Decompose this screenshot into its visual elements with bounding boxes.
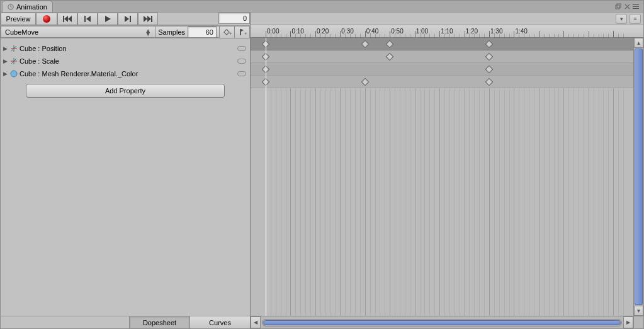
svg-marker-5 — [68, 16, 72, 22]
clip-toolbar: CubeMove ▲▼ Samples + + — [1, 26, 250, 38]
property-label: Cube : Position — [20, 45, 237, 52]
expand-icon[interactable]: ▶ — [3, 58, 9, 64]
timeline-option-b-icon[interactable]: ≡ — [630, 14, 641, 24]
svg-rect-13 — [151, 16, 152, 22]
ruler-label: 0:30 — [341, 28, 353, 35]
svg-rect-14 — [223, 30, 229, 35]
svg-rect-2 — [617, 4, 621, 8]
next-key-icon — [125, 16, 131, 22]
property-track[interactable] — [251, 63, 633, 76]
ruler-label: 1:40 — [515, 28, 527, 35]
svg-marker-8 — [105, 16, 111, 22]
property-row-color[interactable]: ▶ Cube : Mesh Renderer.Material._Color — [1, 67, 250, 80]
svg-rect-10 — [130, 16, 131, 22]
ruler-label: 1:20 — [466, 28, 478, 35]
vscroll-thumb[interactable] — [635, 49, 643, 305]
add-event-icon: + — [238, 28, 247, 36]
material-icon — [9, 69, 18, 78]
ruler-label: 0:40 — [366, 28, 378, 35]
tab-title: Animation — [16, 3, 47, 11]
property-label: Cube : Scale — [20, 57, 237, 65]
current-frame-field[interactable] — [218, 13, 250, 24]
svg-rect-16 — [240, 29, 241, 35]
clock-icon — [8, 4, 14, 10]
svg-marker-9 — [125, 16, 129, 22]
property-options-icon[interactable] — [237, 59, 246, 64]
add-property-button[interactable]: Add Property — [26, 84, 225, 98]
summary-track[interactable] — [251, 38, 633, 50]
next-key-button[interactable] — [118, 13, 138, 25]
property-track[interactable] — [251, 50, 633, 63]
add-keyframe-button[interactable]: + — [220, 26, 235, 38]
skip-to-start-icon — [63, 16, 72, 22]
timeline-option-a-icon[interactable]: ▾ — [616, 14, 627, 24]
property-track[interactable] — [251, 76, 633, 88]
record-button[interactable] — [36, 13, 57, 25]
skip-to-end-icon — [144, 16, 152, 22]
scroll-left-icon[interactable]: ◀ — [251, 316, 261, 328]
curves-tab[interactable]: Curves — [189, 316, 250, 328]
hscroll-thumb[interactable] — [263, 320, 621, 325]
preview-button[interactable]: Preview — [1, 13, 36, 25]
svg-marker-4 — [64, 16, 68, 22]
ruler-label: 1:00 — [416, 28, 428, 35]
ruler-label: 0:20 — [317, 28, 329, 35]
expand-icon[interactable]: ▶ — [3, 71, 9, 77]
ruler-label: 1:30 — [490, 28, 502, 35]
tracks-area[interactable] — [251, 38, 633, 316]
ruler-label: 0:10 — [291, 28, 303, 35]
add-keyframe-icon: + — [223, 28, 232, 36]
transform-icon — [9, 44, 18, 53]
record-icon — [43, 15, 50, 23]
play-button[interactable] — [98, 13, 118, 25]
ruler-label: 1:10 — [441, 28, 453, 35]
window-menu-icon[interactable] — [632, 3, 640, 10]
property-row-scale[interactable]: ▶ Cube : Scale — [1, 55, 250, 67]
svg-marker-11 — [144, 16, 147, 22]
time-ruler[interactable]: 0:000:100:200:300:400:501:001:101:201:30… — [251, 25, 643, 38]
titlebar: Animation — [1, 1, 643, 12]
vertical-scrollbar[interactable]: ▲ ▼ — [633, 38, 643, 316]
prev-key-icon — [84, 16, 91, 22]
svg-text:+: + — [244, 31, 247, 36]
svg-rect-6 — [84, 16, 86, 22]
mode-tabs: Dopesheet Curves — [1, 316, 250, 328]
dropdown-arrows-icon: ▲▼ — [145, 29, 151, 35]
samples-group: Samples — [155, 26, 220, 38]
horizontal-scrollbar[interactable]: ◀ ▶ — [251, 316, 633, 328]
property-list: ▶ Cube : Position ▶ Cube : Scale — [1, 38, 250, 316]
add-event-button[interactable]: + — [235, 26, 250, 38]
scroll-right-icon[interactable]: ▶ — [623, 316, 633, 328]
expand-icon[interactable]: ▶ — [3, 45, 9, 52]
svg-rect-1 — [616, 5, 619, 9]
samples-label: Samples — [158, 28, 185, 36]
svg-marker-17 — [241, 29, 244, 32]
property-row-position[interactable]: ▶ Cube : Position — [1, 42, 250, 55]
close-window-icon[interactable] — [623, 3, 631, 10]
play-icon — [105, 16, 111, 22]
dopesheet-tab[interactable]: Dopesheet — [129, 316, 189, 328]
property-options-icon[interactable] — [237, 71, 246, 76]
svg-rect-3 — [63, 16, 64, 22]
transport-toolbar: Preview — [1, 13, 250, 26]
prev-key-button[interactable] — [77, 13, 98, 25]
scroll-up-icon[interactable]: ▲ — [634, 38, 643, 48]
svg-text:+: + — [229, 31, 232, 36]
go-to-start-button[interactable] — [57, 13, 77, 25]
timeline-options: ▾ ≡ — [251, 13, 643, 25]
ruler-label: 0:00 — [267, 28, 279, 35]
svg-marker-7 — [86, 16, 91, 22]
property-options-icon[interactable] — [237, 46, 246, 51]
detach-window-icon[interactable] — [614, 3, 622, 10]
animation-window: Animation Preview — [0, 0, 644, 329]
clip-name: CubeMove — [5, 28, 38, 36]
scroll-down-icon[interactable]: ▼ — [634, 306, 643, 316]
animation-tab[interactable]: Animation — [2, 1, 53, 12]
svg-point-19 — [11, 71, 17, 77]
property-label: Cube : Mesh Renderer.Material._Color — [20, 70, 237, 78]
samples-field[interactable] — [188, 26, 217, 38]
go-to-end-button[interactable] — [138, 13, 158, 25]
clip-dropdown[interactable]: CubeMove ▲▼ — [1, 26, 155, 38]
transform-icon — [9, 57, 18, 66]
window-buttons — [614, 1, 643, 12]
